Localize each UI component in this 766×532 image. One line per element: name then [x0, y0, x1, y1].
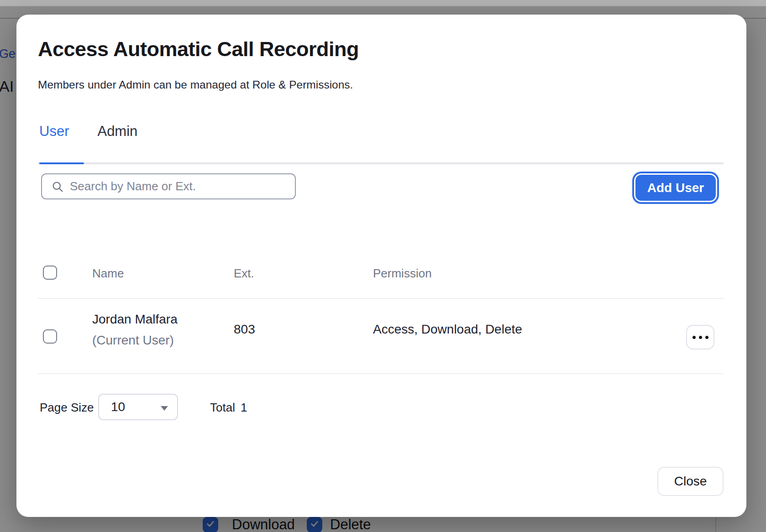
search-box[interactable]: [41, 173, 296, 199]
menubar-strip: [0, 0, 766, 6]
tab-user[interactable]: User: [39, 123, 69, 140]
table-header-divider: [38, 298, 724, 299]
user-permission: Access, Download, Delete: [373, 322, 522, 337]
caret-down-icon: [161, 406, 168, 411]
tab-bar: User Admin: [39, 123, 137, 140]
close-button[interactable]: Close: [657, 467, 724, 496]
column-header-ext: Ext.: [234, 266, 254, 281]
user-ext: 803: [234, 322, 255, 337]
access-call-recording-dialog: Access Automatic Call Recording Members …: [16, 15, 746, 517]
page-size-value: 10: [111, 400, 125, 414]
search-icon: [51, 180, 64, 193]
add-user-button[interactable]: Add User: [635, 175, 716, 201]
column-header-name: Name: [92, 266, 124, 281]
dialog-title: Access Automatic Call Recording: [38, 37, 359, 61]
page-size-label: Page Size: [40, 401, 94, 415]
total-count: Total 1: [210, 401, 247, 415]
row-actions-button[interactable]: [686, 325, 714, 349]
ellipsis-icon: [693, 336, 708, 339]
column-header-permission: Permission: [373, 266, 432, 281]
tab-track: [38, 162, 724, 164]
table-bottom-divider: [38, 373, 724, 374]
user-name: Jordan Malfara: [92, 312, 178, 327]
dialog-subtitle: Members under Admin can be managed at Ro…: [38, 78, 353, 91]
search-input[interactable]: [70, 179, 280, 193]
active-tab-indicator: [39, 162, 84, 164]
total-value: 1: [241, 401, 247, 415]
row-checkbox[interactable]: [43, 329, 57, 344]
select-all-checkbox[interactable]: [43, 266, 57, 280]
tab-admin[interactable]: Admin: [97, 123, 137, 140]
page-size-select[interactable]: 10: [98, 394, 178, 420]
total-label: Total: [210, 401, 235, 415]
current-user-note: (Current User): [92, 333, 174, 348]
